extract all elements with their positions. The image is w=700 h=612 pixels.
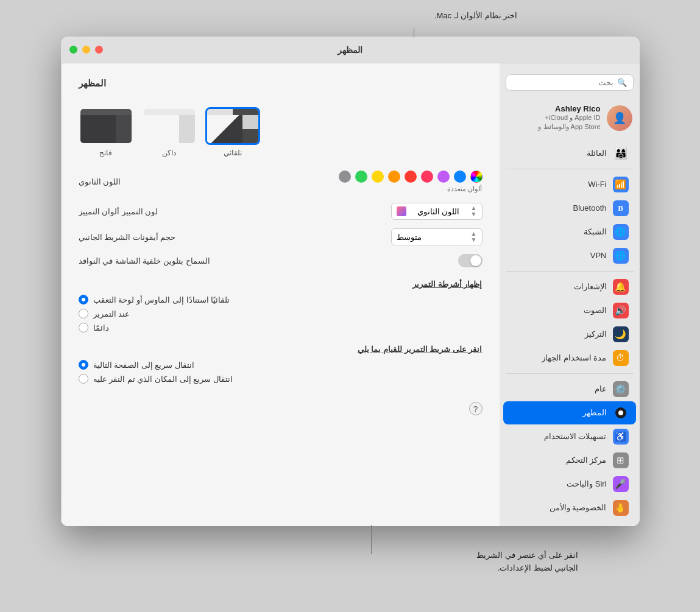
swatch-red[interactable]	[405, 171, 417, 183]
annotation-line-bottom	[371, 525, 372, 554]
scroll-click-option-location[interactable]: انتقال سريع إلى المكان الذي تم النقر علي…	[79, 374, 233, 384]
radio-auto[interactable]	[79, 295, 88, 304]
highlight-color-select[interactable]: ▲ ▼ اللون الثانوي	[391, 203, 483, 220]
appearance-label-light: داكن	[162, 149, 176, 157]
main-panel: المظهر	[61, 63, 500, 526]
scrollbar-option-scrolling[interactable]: عند التمرير	[79, 309, 130, 318]
appearance-options: تلقائي دا	[79, 107, 483, 157]
appearance-thumbnail-auto[interactable]	[205, 107, 260, 145]
sidebar-item-focus[interactable]: 🌙 التركيز	[503, 323, 636, 346]
sidebar-divider-1	[506, 169, 634, 169]
accessibility-icon: ♿	[613, 429, 629, 445]
search-box[interactable]: 🔍	[506, 74, 634, 91]
sidebar-item-sound[interactable]: 🔊 الصوت	[503, 299, 636, 322]
network-icon: 🌐	[613, 224, 629, 240]
radio-click-location[interactable]	[79, 374, 88, 384]
sidebar-item-screen-time[interactable]: ⏱ مدة استخدام الجهاز	[503, 346, 636, 370]
help-button[interactable]: ?	[469, 402, 483, 415]
swatch-orange[interactable]	[388, 171, 400, 183]
sidebar-divider-2	[506, 271, 634, 272]
user-profile[interactable]: 👤 Ashley Rico Apple ID و iCloud+ App Sto…	[500, 99, 640, 137]
svg-point-1	[618, 410, 623, 415]
appearance-option-light[interactable]: داكن	[142, 107, 197, 157]
user-sub-1: Apple ID و iCloud+	[538, 113, 600, 122]
siri-icon: 🎤	[613, 476, 629, 492]
radio-always[interactable]	[79, 323, 88, 332]
appearance-option-auto[interactable]: تلقائي	[205, 107, 260, 157]
close-button[interactable]	[95, 46, 103, 54]
wallpaper-tinting-toggle[interactable]	[458, 254, 483, 267]
scrollbar-label-auto: تلقائيًا استنادًا إلى الماوس أو لوحة الت…	[93, 295, 230, 304]
sidebar-icon-size-select[interactable]: ▲ ▼ متوسط	[391, 228, 483, 245]
appearance-thumbnail-light[interactable]	[142, 107, 197, 145]
sidebar-item-family[interactable]: 👨‍👩‍👧 العائلة	[503, 142, 636, 165]
wifi-icon: 📶	[613, 177, 629, 192]
sidebar-item-label-focus: التركيز	[511, 329, 607, 339]
appearance-option-dark[interactable]: فاتح	[79, 107, 133, 157]
swatch-pink[interactable]	[421, 171, 433, 183]
wallpaper-tinting-row: السماح بتلوين خلفية الشاشة في النوافذ	[79, 254, 483, 267]
sidebar-item-bluetooth[interactable]: B Bluetooth	[503, 197, 636, 220]
scrollbar-label-always: دائمًا	[93, 323, 109, 332]
appearance-thumbnail-dark[interactable]	[79, 107, 133, 145]
radio-scrolling[interactable]	[79, 309, 88, 318]
appearance-label-dark: فاتح	[99, 149, 112, 157]
accent-color-label: اللون الثانوي	[79, 177, 121, 186]
scroll-click-title: انقر على شريط التمرير للقيام بما يلي	[79, 345, 483, 354]
appearance-label-auto: تلقائي	[224, 149, 242, 157]
swatch-blue[interactable]	[454, 171, 466, 183]
user-sub-2: App Store والوسائط و	[538, 122, 600, 132]
annotation-top: اختر نظام الألوان لـ Mac.	[434, 11, 518, 20]
search-icon: 🔍	[617, 78, 627, 87]
sidebar-divider-3	[506, 373, 634, 374]
sidebar-item-label-sound: الصوت	[511, 306, 607, 315]
wallpaper-tinting-label: السماح بتلوين خلفية الشاشة في النوافذ	[79, 256, 210, 266]
sidebar-item-notifications[interactable]: 🔔 الإشعارات	[503, 275, 636, 298]
scrollbar-option-auto[interactable]: تلقائيًا استنادًا إلى الماوس أو لوحة الت…	[79, 295, 230, 304]
minimize-button[interactable]	[82, 46, 90, 54]
swatch-graphite[interactable]	[339, 171, 351, 183]
sidebar-icon-size-label: حجم أيقونات الشريط الجانبي	[79, 233, 176, 242]
swatch-multicolor[interactable]	[470, 171, 483, 183]
scroll-click-section: انقر على شريط التمرير للقيام بما يلي انت…	[79, 345, 483, 384]
sidebar-item-accessibility[interactable]: ♿ تسهيلات الاستخدام	[503, 425, 636, 448]
sidebar-item-control-center[interactable]: ⊞ مركز التحكم	[503, 449, 636, 472]
screen-time-icon: ⏱	[613, 350, 629, 366]
sidebar: 🔍 👤 Ashley Rico Apple ID و iCloud+ App S…	[500, 63, 640, 526]
appearance-icon	[613, 405, 629, 421]
sidebar-item-label-screen-time: مدة استخدام الجهاز	[511, 353, 607, 362]
annotation-line-top	[414, 28, 414, 38]
multicolor-label: ألوان متعددة	[447, 185, 482, 193]
sidebar-item-label-family: العائلة	[511, 149, 607, 158]
focus-icon: 🌙	[613, 326, 629, 342]
sidebar-item-general[interactable]: ⚙️ عام	[503, 378, 636, 401]
sidebar-item-appearance[interactable]: المظهر	[503, 401, 636, 424]
sidebar-item-network[interactable]: 🌐 الشبكة	[503, 220, 636, 244]
notifications-icon: 🔔	[613, 279, 629, 295]
radio-next-page[interactable]	[79, 360, 88, 370]
swatch-green[interactable]	[355, 171, 367, 183]
scrollbar-option-always[interactable]: دائمًا	[79, 323, 109, 332]
swatch-purple[interactable]	[437, 171, 450, 183]
annotation-bottom: انقر على أي عنصر في الشريط الجانبي لضبط …	[476, 549, 578, 575]
sidebar-item-privacy[interactable]: 🤚 الخصوصية والأمن	[503, 496, 636, 519]
system-preferences-window: المظهر 🔍 👤 Ashley Rico Apple ID و iCloud…	[61, 37, 640, 526]
sound-icon: 🔊	[613, 303, 629, 318]
sidebar-item-vpn[interactable]: 🌐 VPN	[503, 244, 636, 267]
search-input[interactable]	[511, 78, 613, 87]
highlight-color-value: اللون الثانوي	[417, 207, 460, 216]
sidebar-item-wifi[interactable]: 📶 Wi-Fi	[503, 173, 636, 196]
maximize-button[interactable]	[69, 46, 77, 54]
chevron-icon-2: ▲ ▼	[471, 231, 477, 243]
bluetooth-icon: B	[613, 200, 629, 216]
swatch-yellow[interactable]	[372, 171, 384, 183]
general-icon: ⚙️	[613, 381, 629, 397]
sidebar-item-label-network: الشبكة	[511, 227, 607, 236]
sidebar-item-siri[interactable]: 🎤 Siri والباحث	[503, 473, 636, 496]
sidebar-icon-size-row: ▲ ▼ متوسط حجم أيقونات الشريط الجانبي	[79, 228, 483, 245]
traffic-lights	[69, 46, 103, 54]
privacy-icon: 🤚	[613, 500, 629, 516]
scroll-click-option-next[interactable]: انتقال سريع إلى الصفحة التالية	[79, 360, 194, 370]
window-title: المظهر	[338, 45, 362, 55]
appearance-section-header: المظهر	[79, 78, 483, 97]
